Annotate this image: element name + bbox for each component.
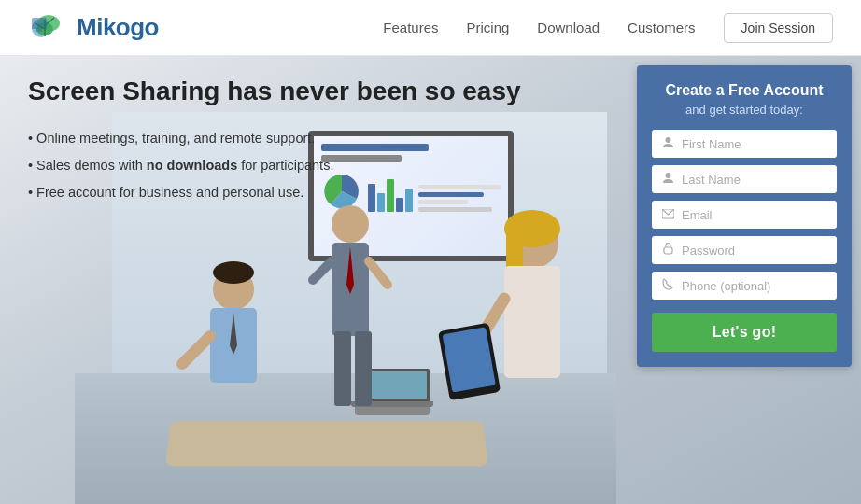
svg-rect-29 xyxy=(664,247,672,254)
password-field xyxy=(652,236,837,264)
main-content: Screen Sharing has never been so easy On… xyxy=(0,56,861,504)
password-input[interactable] xyxy=(682,244,827,258)
main-nav: Features Pricing Download Customers Join… xyxy=(383,13,833,43)
svg-point-26 xyxy=(665,137,670,143)
header: Mikogo Features Pricing Download Custome… xyxy=(0,0,861,56)
logo[interactable]: Mikogo xyxy=(28,10,159,46)
person-icon-2 xyxy=(661,172,674,187)
email-field xyxy=(652,201,837,229)
svg-rect-4 xyxy=(32,18,47,29)
svg-line-12 xyxy=(369,261,388,285)
nav-download[interactable]: Download xyxy=(537,20,600,35)
first-name-field xyxy=(652,130,837,158)
svg-rect-10 xyxy=(334,331,351,406)
email-icon xyxy=(661,207,674,222)
logo-icon xyxy=(28,10,69,46)
reg-subtitle: and get started today: xyxy=(652,103,837,117)
bullet-1: Online meetings, training, and remote su… xyxy=(28,125,521,152)
reg-title: Create a Free Account xyxy=(652,82,837,99)
nav-features[interactable]: Features xyxy=(383,20,438,35)
svg-point-27 xyxy=(665,173,670,178)
nav-pricing[interactable]: Pricing xyxy=(467,20,510,35)
join-session-button[interactable]: Join Session xyxy=(724,13,833,43)
svg-rect-11 xyxy=(355,331,372,406)
svg-point-7 xyxy=(332,205,369,243)
phone-field xyxy=(652,272,837,300)
phone-input[interactable] xyxy=(682,279,827,293)
hero-title: Screen Sharing has never been so easy xyxy=(28,75,521,108)
svg-rect-5 xyxy=(36,29,42,32)
nav-customers[interactable]: Customers xyxy=(628,20,696,35)
svg-rect-22 xyxy=(504,266,560,378)
hero-text: Screen Sharing has never been so easy On… xyxy=(28,75,521,206)
last-name-field xyxy=(652,165,837,193)
bullet-2: Sales demos with no downloads for partic… xyxy=(28,152,521,179)
last-name-input[interactable] xyxy=(682,173,827,187)
logo-text: Mikogo xyxy=(77,13,159,42)
person-icon-1 xyxy=(661,136,674,151)
registration-panel: Create a Free Account and get started to… xyxy=(637,65,852,367)
lock-icon xyxy=(661,243,674,258)
svg-line-18 xyxy=(182,336,210,364)
hero-bullets: Online meetings, training, and remote su… xyxy=(28,125,521,206)
email-input[interactable] xyxy=(682,208,827,222)
first-name-input[interactable] xyxy=(682,137,827,151)
svg-point-15 xyxy=(213,261,254,284)
svg-line-13 xyxy=(313,261,332,280)
submit-button[interactable]: Let's go! xyxy=(652,313,837,352)
phone-icon xyxy=(661,278,674,293)
bullet-3: Free account for business and personal u… xyxy=(28,179,521,206)
